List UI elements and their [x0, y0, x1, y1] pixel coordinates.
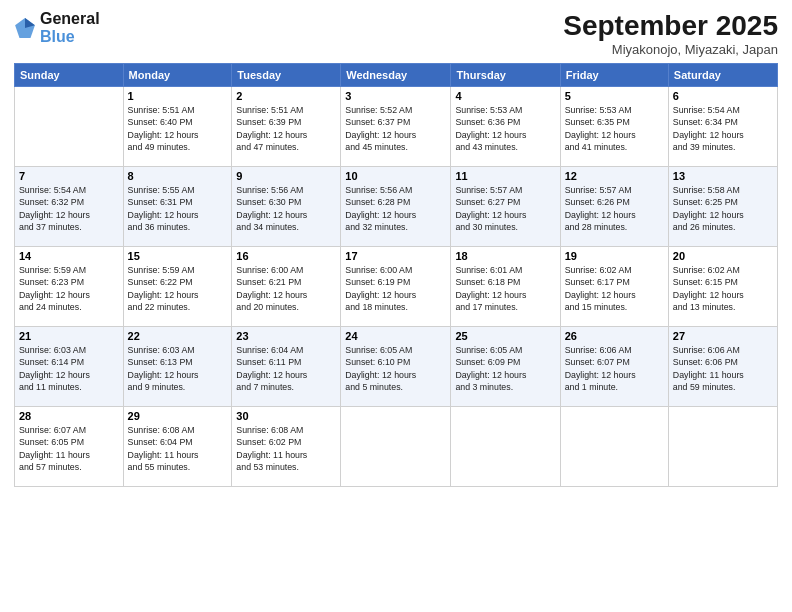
day-number: 25 [455, 330, 555, 342]
day-info: Sunrise: 5:54 AMSunset: 6:32 PMDaylight:… [19, 184, 119, 233]
calendar-cell: 21Sunrise: 6:03 AMSunset: 6:14 PMDayligh… [15, 327, 124, 407]
day-info: Sunrise: 6:02 AMSunset: 6:17 PMDaylight:… [565, 264, 664, 313]
logo-icon [14, 17, 36, 39]
day-info: Sunrise: 5:56 AMSunset: 6:28 PMDaylight:… [345, 184, 446, 233]
calendar-cell: 27Sunrise: 6:06 AMSunset: 6:06 PMDayligh… [668, 327, 777, 407]
calendar-cell: 4Sunrise: 5:53 AMSunset: 6:36 PMDaylight… [451, 87, 560, 167]
day-number: 28 [19, 410, 119, 422]
day-number: 10 [345, 170, 446, 182]
day-info: Sunrise: 6:08 AMSunset: 6:02 PMDaylight:… [236, 424, 336, 473]
calendar-week-0: 1Sunrise: 5:51 AMSunset: 6:40 PMDaylight… [15, 87, 778, 167]
col-header-saturday: Saturday [668, 64, 777, 87]
calendar-cell [560, 407, 668, 487]
day-info: Sunrise: 5:57 AMSunset: 6:27 PMDaylight:… [455, 184, 555, 233]
day-number: 4 [455, 90, 555, 102]
calendar-cell: 25Sunrise: 6:05 AMSunset: 6:09 PMDayligh… [451, 327, 560, 407]
day-info: Sunrise: 6:05 AMSunset: 6:09 PMDaylight:… [455, 344, 555, 393]
calendar-cell: 28Sunrise: 6:07 AMSunset: 6:05 PMDayligh… [15, 407, 124, 487]
page-header: General Blue September 2025 Miyakonojo, … [14, 10, 778, 57]
day-info: Sunrise: 5:56 AMSunset: 6:30 PMDaylight:… [236, 184, 336, 233]
day-number: 23 [236, 330, 336, 342]
day-number: 29 [128, 410, 228, 422]
day-info: Sunrise: 5:58 AMSunset: 6:25 PMDaylight:… [673, 184, 773, 233]
calendar-cell: 7Sunrise: 5:54 AMSunset: 6:32 PMDaylight… [15, 167, 124, 247]
day-info: Sunrise: 6:00 AMSunset: 6:19 PMDaylight:… [345, 264, 446, 313]
calendar-cell: 19Sunrise: 6:02 AMSunset: 6:17 PMDayligh… [560, 247, 668, 327]
day-number: 21 [19, 330, 119, 342]
calendar-header-row: SundayMondayTuesdayWednesdayThursdayFrid… [15, 64, 778, 87]
day-info: Sunrise: 6:07 AMSunset: 6:05 PMDaylight:… [19, 424, 119, 473]
logo-text: General Blue [40, 10, 100, 45]
logo: General Blue [14, 10, 100, 45]
col-header-thursday: Thursday [451, 64, 560, 87]
day-number: 22 [128, 330, 228, 342]
calendar-cell: 1Sunrise: 5:51 AMSunset: 6:40 PMDaylight… [123, 87, 232, 167]
day-info: Sunrise: 6:02 AMSunset: 6:15 PMDaylight:… [673, 264, 773, 313]
calendar-cell: 3Sunrise: 5:52 AMSunset: 6:37 PMDaylight… [341, 87, 451, 167]
calendar-cell: 24Sunrise: 6:05 AMSunset: 6:10 PMDayligh… [341, 327, 451, 407]
day-info: Sunrise: 5:55 AMSunset: 6:31 PMDaylight:… [128, 184, 228, 233]
calendar-cell [451, 407, 560, 487]
month-title: September 2025 [563, 10, 778, 42]
calendar-cell: 29Sunrise: 6:08 AMSunset: 6:04 PMDayligh… [123, 407, 232, 487]
day-info: Sunrise: 6:04 AMSunset: 6:11 PMDaylight:… [236, 344, 336, 393]
calendar-cell [668, 407, 777, 487]
calendar-cell: 6Sunrise: 5:54 AMSunset: 6:34 PMDaylight… [668, 87, 777, 167]
day-info: Sunrise: 5:51 AMSunset: 6:39 PMDaylight:… [236, 104, 336, 153]
day-number: 14 [19, 250, 119, 262]
calendar-cell: 10Sunrise: 5:56 AMSunset: 6:28 PMDayligh… [341, 167, 451, 247]
col-header-tuesday: Tuesday [232, 64, 341, 87]
day-info: Sunrise: 6:05 AMSunset: 6:10 PMDaylight:… [345, 344, 446, 393]
title-area: September 2025 Miyakonojo, Miyazaki, Jap… [563, 10, 778, 57]
day-info: Sunrise: 5:51 AMSunset: 6:40 PMDaylight:… [128, 104, 228, 153]
day-number: 30 [236, 410, 336, 422]
col-header-wednesday: Wednesday [341, 64, 451, 87]
calendar-week-3: 21Sunrise: 6:03 AMSunset: 6:14 PMDayligh… [15, 327, 778, 407]
day-number: 26 [565, 330, 664, 342]
calendar-cell: 11Sunrise: 5:57 AMSunset: 6:27 PMDayligh… [451, 167, 560, 247]
day-number: 16 [236, 250, 336, 262]
day-number: 12 [565, 170, 664, 182]
day-info: Sunrise: 5:53 AMSunset: 6:35 PMDaylight:… [565, 104, 664, 153]
day-info: Sunrise: 6:06 AMSunset: 6:06 PMDaylight:… [673, 344, 773, 393]
calendar-cell: 17Sunrise: 6:00 AMSunset: 6:19 PMDayligh… [341, 247, 451, 327]
calendar-cell: 12Sunrise: 5:57 AMSunset: 6:26 PMDayligh… [560, 167, 668, 247]
day-number: 9 [236, 170, 336, 182]
calendar-cell: 20Sunrise: 6:02 AMSunset: 6:15 PMDayligh… [668, 247, 777, 327]
calendar-cell: 5Sunrise: 5:53 AMSunset: 6:35 PMDaylight… [560, 87, 668, 167]
day-number: 11 [455, 170, 555, 182]
calendar-cell: 9Sunrise: 5:56 AMSunset: 6:30 PMDaylight… [232, 167, 341, 247]
calendar-cell: 30Sunrise: 6:08 AMSunset: 6:02 PMDayligh… [232, 407, 341, 487]
day-number: 7 [19, 170, 119, 182]
calendar-cell: 23Sunrise: 6:04 AMSunset: 6:11 PMDayligh… [232, 327, 341, 407]
day-number: 1 [128, 90, 228, 102]
day-info: Sunrise: 6:06 AMSunset: 6:07 PMDaylight:… [565, 344, 664, 393]
calendar-cell [341, 407, 451, 487]
calendar-table: SundayMondayTuesdayWednesdayThursdayFrid… [14, 63, 778, 487]
calendar-cell [15, 87, 124, 167]
day-number: 18 [455, 250, 555, 262]
calendar-week-4: 28Sunrise: 6:07 AMSunset: 6:05 PMDayligh… [15, 407, 778, 487]
day-number: 17 [345, 250, 446, 262]
day-info: Sunrise: 6:01 AMSunset: 6:18 PMDaylight:… [455, 264, 555, 313]
day-info: Sunrise: 5:54 AMSunset: 6:34 PMDaylight:… [673, 104, 773, 153]
day-number: 6 [673, 90, 773, 102]
location: Miyakonojo, Miyazaki, Japan [563, 42, 778, 57]
day-info: Sunrise: 6:08 AMSunset: 6:04 PMDaylight:… [128, 424, 228, 473]
day-info: Sunrise: 5:57 AMSunset: 6:26 PMDaylight:… [565, 184, 664, 233]
calendar-cell: 16Sunrise: 6:00 AMSunset: 6:21 PMDayligh… [232, 247, 341, 327]
day-info: Sunrise: 6:03 AMSunset: 6:13 PMDaylight:… [128, 344, 228, 393]
calendar-cell: 8Sunrise: 5:55 AMSunset: 6:31 PMDaylight… [123, 167, 232, 247]
day-number: 2 [236, 90, 336, 102]
calendar-cell: 18Sunrise: 6:01 AMSunset: 6:18 PMDayligh… [451, 247, 560, 327]
day-number: 5 [565, 90, 664, 102]
day-info: Sunrise: 5:52 AMSunset: 6:37 PMDaylight:… [345, 104, 446, 153]
day-number: 24 [345, 330, 446, 342]
day-number: 19 [565, 250, 664, 262]
day-number: 8 [128, 170, 228, 182]
calendar-week-1: 7Sunrise: 5:54 AMSunset: 6:32 PMDaylight… [15, 167, 778, 247]
calendar-cell: 22Sunrise: 6:03 AMSunset: 6:13 PMDayligh… [123, 327, 232, 407]
col-header-sunday: Sunday [15, 64, 124, 87]
day-number: 20 [673, 250, 773, 262]
day-info: Sunrise: 6:00 AMSunset: 6:21 PMDaylight:… [236, 264, 336, 313]
